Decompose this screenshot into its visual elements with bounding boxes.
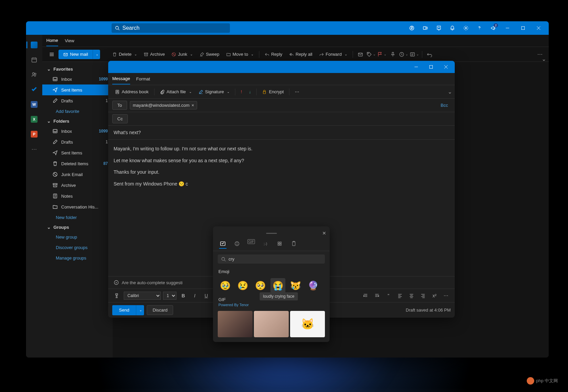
bell-icon[interactable] — [446, 21, 459, 35]
app-powerpoint[interactable]: P — [26, 127, 42, 142]
underline-icon[interactable]: U — [202, 291, 211, 300]
recipient-chip[interactable]: mayank@windowslatest.com× — [130, 101, 197, 109]
sidebar-item-inbox[interactable]: Inbox1099 — [42, 74, 113, 84]
close-button[interactable] — [531, 21, 546, 35]
superscript-icon[interactable]: x² — [430, 291, 439, 300]
compose-more-icon[interactable]: ⋯ — [292, 88, 302, 96]
emoji-item[interactable]: 🔮 — [306, 278, 321, 293]
folder-drafts[interactable]: Drafts1 — [42, 137, 113, 147]
folder-sent[interactable]: Sent Items — [42, 147, 113, 158]
read-unread-icon[interactable] — [356, 50, 365, 59]
high-importance-icon[interactable]: ! — [238, 88, 245, 96]
gif-item[interactable] — [218, 311, 253, 337]
archive-button[interactable]: Archive — [141, 50, 167, 58]
emoji-item[interactable]: 🥺 — [253, 278, 268, 293]
send-button[interactable]: Send — [112, 305, 136, 315]
encrypt-button[interactable]: Encrypt — [259, 88, 286, 96]
reply-button[interactable]: Reply — [262, 50, 285, 58]
remove-recipient-icon[interactable]: × — [192, 103, 194, 108]
app-todo[interactable] — [26, 82, 42, 97]
emoji-tab-recent[interactable] — [219, 239, 227, 249]
bold-icon[interactable]: B — [179, 291, 188, 300]
junk-button[interactable]: Junk⌄ — [169, 50, 195, 58]
gif-item[interactable]: 🐱 — [290, 311, 325, 337]
italic-icon[interactable]: I — [190, 291, 199, 300]
compose-tab-format[interactable]: Format — [136, 74, 150, 84]
emoji-tab-kaomoji[interactable]: ;-) — [262, 239, 269, 249]
search-input[interactable]: Search — [112, 23, 230, 33]
drag-handle[interactable] — [266, 233, 277, 234]
folder-deleted[interactable]: Deleted Items87 — [42, 158, 113, 169]
add-favorite-link[interactable]: Add favorite — [42, 106, 113, 117]
folder-inbox[interactable]: Inbox1099 — [42, 126, 113, 137]
align-right-icon[interactable] — [418, 291, 428, 300]
emoji-item[interactable]: 😢 — [235, 278, 250, 293]
app-excel[interactable]: X — [26, 112, 42, 127]
subject-field[interactable]: What's next? — [108, 126, 455, 140]
undo-icon[interactable] — [425, 50, 434, 59]
size-select[interactable]: 12 — [163, 292, 176, 300]
bcc-button[interactable]: Bcc — [441, 103, 448, 108]
emoji-tab-gif[interactable]: GIF — [247, 239, 255, 244]
quote-icon[interactable]: " — [384, 291, 393, 300]
minimize-button[interactable] — [500, 21, 515, 35]
compose-maximize[interactable] — [424, 61, 439, 74]
tab-view[interactable]: View — [65, 35, 74, 46]
new-folder-link[interactable]: New folder — [42, 212, 113, 223]
reply-all-button[interactable]: Reply all — [286, 50, 315, 58]
app-people[interactable] — [26, 67, 42, 82]
folder-archive[interactable]: Archive — [42, 180, 113, 191]
app-word[interactable]: W — [26, 97, 42, 112]
help-icon[interactable] — [473, 21, 486, 35]
compose-minimize[interactable] — [409, 61, 424, 74]
folder-junk[interactable]: Junk Email — [42, 169, 113, 180]
indent-left-icon[interactable] — [361, 291, 370, 300]
tag-icon[interactable]: ⌄ — [366, 50, 376, 59]
manage-groups-link[interactable]: Manage groups — [42, 253, 113, 263]
indent-right-icon[interactable] — [372, 291, 382, 300]
gif-item[interactable] — [254, 311, 289, 337]
tips-icon[interactable] — [432, 21, 445, 35]
teams-icon[interactable] — [419, 21, 432, 35]
app-calendar[interactable] — [26, 52, 42, 67]
forward-button[interactable]: Forward⌄ — [316, 50, 350, 58]
format-painter-icon[interactable] — [112, 291, 122, 300]
compose-tab-message[interactable]: Message — [112, 73, 130, 84]
tab-home[interactable]: Home — [46, 35, 58, 46]
app-more[interactable]: ⋯ — [26, 142, 42, 156]
emoji-item[interactable]: 😿 — [288, 278, 303, 293]
align-left-icon[interactable] — [395, 291, 405, 300]
snooze-icon[interactable]: ⌄ — [399, 50, 408, 59]
new-group-link[interactable]: New group — [42, 232, 113, 242]
skype-icon[interactable] — [405, 21, 418, 35]
emoji-tab-clipboard[interactable] — [290, 239, 298, 249]
delete-button[interactable]: Delete⌄ — [110, 50, 140, 58]
flag-icon[interactable]: ⌄ — [377, 50, 387, 59]
discover-groups-link[interactable]: Discover groups — [42, 242, 113, 253]
maximize-button[interactable] — [516, 21, 530, 35]
settings-icon[interactable] — [459, 21, 472, 35]
compose-toolbar-expand[interactable]: ⌄ — [448, 89, 452, 95]
pin-icon[interactable] — [388, 50, 398, 59]
low-importance-icon[interactable]: ↓ — [246, 88, 254, 96]
format-more-icon[interactable]: ⋯ — [441, 291, 451, 300]
sidebar-item-sent[interactable]: Sent Items — [42, 84, 113, 95]
align-center-icon[interactable] — [407, 291, 416, 300]
emoji-item[interactable]: 😭 — [270, 278, 285, 293]
new-mail-dropdown[interactable]: ⌄ — [93, 50, 100, 59]
move-to-button[interactable]: Move to⌄ — [223, 50, 256, 58]
sidebar-item-drafts[interactable]: Drafts1 — [42, 95, 113, 106]
app-mail[interactable] — [26, 38, 42, 52]
groups-section[interactable]: ⌄Groups — [42, 223, 113, 232]
discard-button[interactable]: Discard — [147, 305, 173, 315]
emoji-search-input[interactable] — [218, 254, 325, 264]
emoji-tab-smiley[interactable] — [233, 239, 241, 249]
emoji-close-icon[interactable]: ✕ — [322, 230, 326, 236]
ribbon-expand-icon[interactable]: ⌄ — [542, 56, 546, 62]
new-mail-button[interactable]: New mail — [58, 50, 93, 59]
folder-conversation[interactable]: Conversation His... — [42, 201, 113, 212]
sweep-button[interactable]: Sweep — [197, 50, 222, 58]
send-dropdown[interactable]: ⌄ — [136, 305, 144, 315]
whats-new-icon[interactable]: 2 — [487, 21, 499, 35]
attach-file-button[interactable]: Attach file⌄ — [157, 88, 194, 96]
